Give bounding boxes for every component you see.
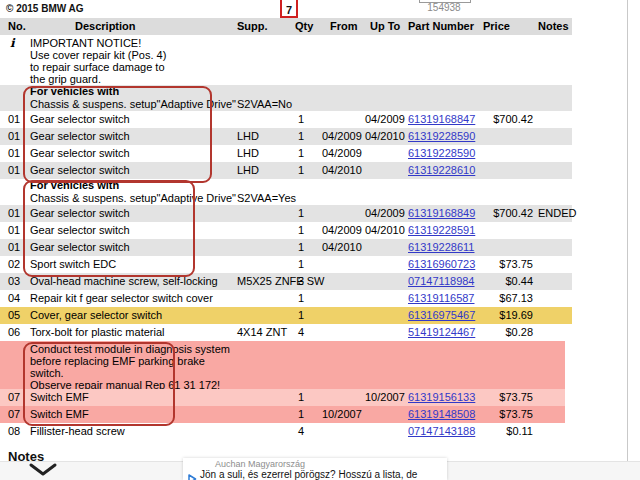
row-description: Fillister-head screw: [30, 425, 125, 438]
column-header-upto: Up To: [370, 20, 400, 33]
page-edge-divider: [627, 0, 628, 480]
part-number-link[interactable]: 61316975467: [408, 309, 475, 322]
callout-label: 7: [286, 4, 292, 16]
row-price: $700.42: [478, 113, 533, 126]
row-quantity: 1: [290, 207, 312, 220]
row-description: Gear selector switch: [30, 207, 130, 220]
section-subtitle: Chassis & suspens. setup"Adaptive Drive": [30, 192, 236, 205]
row-supplement: LHD: [237, 130, 259, 143]
row-number: 05: [8, 309, 20, 322]
part-number-link[interactable]: 61319148508: [408, 408, 475, 421]
ad-source-text: Auchan Magyarország: [215, 459, 305, 469]
row-quantity: 1: [290, 164, 312, 177]
column-header-qty: Qty: [295, 20, 313, 33]
row-description: Cover, gear selector switch: [30, 309, 162, 322]
row-number: 01: [8, 164, 20, 177]
part-number-link[interactable]: 61319228590: [408, 147, 475, 160]
row-description: Switch EMF: [30, 408, 89, 421]
part-row: 01Gear selector switch104/200904/2010613…: [0, 222, 572, 239]
part-row: 01Gear selector switchLHD104/20096131922…: [0, 145, 572, 162]
row-number: 01: [8, 207, 20, 220]
row-quantity: 1: [290, 309, 312, 322]
part-number-link[interactable]: 51419124467: [408, 326, 475, 339]
part-number-link[interactable]: 61316960723: [408, 258, 475, 271]
part-number-link[interactable]: 07147118984: [408, 275, 474, 288]
row-note: ENDED: [538, 207, 577, 220]
row-upto-date: 04/2009: [365, 207, 405, 220]
row-number: 07: [8, 391, 20, 404]
column-header-notes: Notes: [538, 20, 569, 33]
row-quantity: 1: [290, 113, 312, 126]
collapse-button[interactable]: [26, 462, 60, 479]
section-header-row: For vehicles withChassis & suspens. setu…: [0, 179, 572, 205]
copyright-text: © 2015 BMW AG: [6, 3, 84, 14]
row-quantity: 1: [290, 258, 312, 271]
section-header-row: For vehicles withChassis & suspens. setu…: [0, 85, 572, 111]
notice-row: Conduct test module in diagnosis system …: [0, 341, 565, 389]
row-description: Sport switch EDC: [30, 258, 116, 271]
notice-text: Conduct test module in diagnosis system …: [30, 343, 230, 391]
row-from-date: 10/2007: [322, 408, 362, 421]
part-number-link[interactable]: 61319228590: [408, 130, 475, 143]
row-description: Gear selector switch: [30, 147, 130, 160]
column-header-no: No.: [8, 20, 26, 33]
row-number: 08: [8, 425, 20, 438]
section-title: For vehicles with: [30, 179, 119, 192]
row-description: Gear selector switch: [30, 241, 130, 254]
ad-choices-icon: [187, 470, 197, 480]
row-upto-date: 04/2010: [365, 130, 405, 143]
part-number-link[interactable]: 61319168849: [408, 207, 475, 220]
row-quantity: 1: [290, 408, 312, 421]
row-description: Torx-bolt for plastic material: [30, 326, 165, 339]
part-row: 01Gear selector switch104/20096131916884…: [0, 205, 572, 222]
parts-catalog-page: © 2015 BMW AG 7 154938 No. Description S…: [0, 0, 640, 480]
part-number-link[interactable]: 61319228611: [408, 241, 474, 254]
info-icon: i: [10, 36, 15, 50]
column-header-part-number: Part Number: [408, 20, 474, 33]
section-option-code: S2VAA=No: [237, 98, 292, 111]
section-option-code: S2VAA=Yes: [237, 192, 296, 205]
part-number-link[interactable]: 61319228591: [408, 224, 475, 237]
row-quantity: 1: [290, 292, 312, 305]
row-quantity: 1: [290, 224, 312, 237]
diagram-callout-button[interactable]: 7: [280, 0, 298, 18]
notice-text: IMPORTANT NOTICE! Use cover repair kit (…: [30, 37, 166, 85]
part-number-link[interactable]: 61319116587: [408, 292, 474, 305]
section-title: For vehicles with: [30, 85, 119, 98]
part-row: 04Repair kit f gear selector switch cove…: [0, 290, 572, 307]
row-supplement: LHD: [237, 164, 259, 177]
row-upto-date: 04/2010: [365, 224, 405, 237]
row-number: 01: [8, 130, 20, 143]
part-row: 01Gear selector switchLHD104/20106131922…: [0, 162, 572, 179]
row-price: $73.75: [478, 408, 533, 421]
row-from-date: 04/2010: [322, 241, 362, 254]
row-price: $0.11: [478, 425, 533, 438]
row-supplement: LHD: [237, 147, 259, 160]
part-number-link[interactable]: 61319156133: [408, 391, 475, 404]
part-row: 01Gear selector switchLHD104/200904/2010…: [0, 128, 572, 145]
row-number: 04: [8, 292, 20, 305]
row-upto-date: 10/2007: [365, 391, 405, 404]
row-price: $0.28: [478, 326, 533, 339]
part-number-link[interactable]: 61319228610: [408, 164, 475, 177]
row-from-date: 04/2009: [322, 224, 362, 237]
part-number-link[interactable]: 07147143188: [408, 425, 475, 438]
row-number: 02: [8, 258, 20, 271]
row-description: Gear selector switch: [30, 224, 130, 237]
section-subtitle: Chassis & suspens. setup"Adaptive Drive": [30, 98, 236, 111]
row-from-date: 04/2010: [322, 164, 362, 177]
row-quantity: 1: [290, 391, 312, 404]
table-body: iIMPORTANT NOTICE! Use cover repair kit …: [0, 35, 572, 440]
part-row: 05Cover, gear selector switch16131697546…: [0, 307, 572, 324]
row-price: $0.44: [478, 275, 533, 288]
table-header-row: No. Description Supp. Qty From Up To Par…: [0, 18, 572, 35]
row-quantity: 4: [290, 425, 312, 438]
part-row: 01Gear selector switch104/20096131916884…: [0, 111, 572, 128]
ad-banner[interactable]: Auchan Magyarország Jön a suli, és ezerr…: [183, 458, 447, 480]
row-number: 01: [8, 113, 20, 126]
part-row: 08Fillister-head screw407147143188$0.11: [0, 423, 572, 440]
row-number: 01: [8, 241, 20, 254]
part-number-link[interactable]: 61319168847: [408, 113, 475, 126]
column-header-supp: Supp.: [237, 20, 268, 33]
row-description: Gear selector switch: [30, 113, 130, 126]
